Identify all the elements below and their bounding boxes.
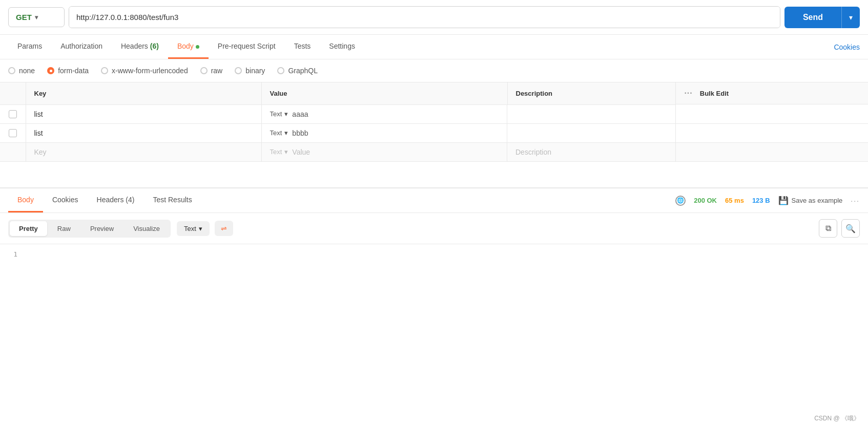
table-row: Key Text ▾ Value Description — [0, 143, 868, 162]
search-icon: 🔍 — [845, 224, 856, 233]
body-type-row: none form-data x-www-form-urlencoded raw… — [0, 59, 868, 82]
row3-key-placeholder[interactable]: Key — [34, 148, 47, 156]
radio-circle-binary — [235, 67, 242, 74]
row1-value-cell: Text ▾ aaaa — [262, 105, 508, 124]
row3-type-selector[interactable]: Text ▾ — [270, 148, 288, 156]
format-tab-pretty[interactable]: Pretty — [10, 221, 47, 236]
save-icon: 💾 — [778, 196, 789, 205]
col-header-bulk: ··· Bulk Edit — [676, 82, 868, 104]
bulk-edit-dots-icon[interactable]: ··· — [684, 89, 692, 98]
response-more-options-icon[interactable]: ··· — [851, 197, 860, 205]
row1-type-label: Text — [270, 110, 282, 118]
send-btn-group: Send ▾ — [784, 7, 860, 28]
tab-body[interactable]: Body — [168, 35, 209, 59]
code-area: 1 — [0, 244, 868, 264]
table-row: list Text ▾ bbbb — [0, 124, 868, 143]
url-input[interactable] — [69, 7, 780, 28]
tab-prerequest[interactable]: Pre-request Script — [209, 35, 285, 59]
row1-type-chevron-icon: ▾ — [284, 110, 288, 118]
search-button[interactable]: 🔍 — [841, 219, 860, 238]
bulk-edit-label[interactable]: Bulk Edit — [700, 90, 729, 97]
row3-value-cell: Text ▾ Value — [262, 143, 508, 162]
copy-button[interactable]: ⧉ — [819, 219, 837, 238]
request-tabs: Params Authorization Headers (6) Body Pr… — [0, 35, 868, 59]
footer-text: CSDN @ 《哦》 — [814, 415, 860, 422]
cookies-link[interactable]: Cookies — [834, 43, 860, 51]
row2-value-cell: Text ▾ bbbb — [262, 124, 508, 143]
response-format-selector[interactable]: Text ▾ — [177, 221, 210, 236]
resp-tab-cookies[interactable]: Cookies — [43, 188, 88, 212]
row3-checkbox-cell — [0, 143, 26, 162]
table-row: list Text ▾ aaaa — [0, 104, 868, 124]
col-header-key: Key — [26, 82, 261, 104]
row1-checkbox[interactable] — [9, 110, 17, 118]
row3-desc-cell[interactable]: Description — [507, 143, 676, 162]
tab-authorization[interactable]: Authorization — [51, 35, 112, 59]
row3-key-cell: Key — [26, 143, 261, 162]
format-tab-raw[interactable]: Raw — [48, 221, 80, 236]
footer: CSDN @ 《哦》 — [806, 411, 868, 426]
send-dropdown-button[interactable]: ▾ — [841, 7, 860, 28]
radio-label-graphql: GraphQL — [288, 67, 318, 75]
format-tab-preview[interactable]: Preview — [81, 221, 123, 236]
row1-desc-cell[interactable] — [507, 104, 676, 124]
row2-value-text[interactable]: bbbb — [292, 129, 308, 137]
row1-key-cell: list — [26, 104, 261, 124]
wrap-icon: ⇌ — [221, 224, 227, 232]
method-label: GET — [16, 13, 32, 22]
radio-circle-form-data — [47, 67, 54, 74]
radio-label-none: none — [19, 67, 35, 75]
wrap-button[interactable]: ⇌ — [215, 221, 233, 236]
row1-checkbox-cell — [0, 104, 26, 124]
radio-circle-graphql — [277, 67, 284, 74]
resp-tab-headers[interactable]: Headers (4) — [88, 188, 144, 212]
row1-actions-cell — [676, 104, 868, 124]
response-meta: 🌐 200 OK 65 ms 123 B 💾 Save as example ·… — [675, 196, 860, 206]
col-header-description: Description — [507, 82, 676, 104]
globe-icon: 🌐 — [675, 196, 686, 206]
format-type-label: Text — [184, 225, 196, 232]
save-example-button[interactable]: 💾 Save as example — [778, 196, 843, 205]
response-tabs-row: Body Cookies Headers (4) Test Results 🌐 … — [0, 188, 868, 213]
copy-icon: ⧉ — [825, 224, 831, 233]
col-header-value: Value — [261, 82, 507, 104]
row1-value-text[interactable]: aaaa — [292, 110, 308, 118]
row3-type-chevron-icon: ▾ — [284, 148, 288, 156]
row2-type-selector[interactable]: Text ▾ — [270, 129, 288, 137]
row3-value-placeholder[interactable]: Value — [292, 148, 310, 156]
row2-key-cell: list — [26, 124, 261, 143]
form-data-table-wrapper: Key Value Description ··· Bulk Edit — [0, 82, 868, 162]
tab-headers[interactable]: Headers (6) — [112, 35, 168, 59]
line-numbers: 1 — [0, 250, 26, 258]
line-number-1: 1 — [8, 250, 17, 258]
row1-key-text[interactable]: list — [34, 110, 43, 118]
row2-checkbox[interactable] — [9, 129, 17, 137]
radio-urlencoded[interactable]: x-www-form-urlencoded — [101, 67, 188, 75]
response-section: Body Cookies Headers (4) Test Results 🌐 … — [0, 187, 868, 264]
radio-binary[interactable]: binary — [235, 67, 265, 75]
radio-raw[interactable]: raw — [200, 67, 223, 75]
row1-type-selector[interactable]: Text ▾ — [270, 110, 288, 118]
radio-form-data[interactable]: form-data — [47, 67, 89, 75]
tab-settings[interactable]: Settings — [320, 35, 364, 59]
url-input-wrapper — [69, 6, 780, 28]
row2-key-text[interactable]: list — [34, 129, 43, 137]
send-button[interactable]: Send — [784, 7, 841, 28]
tab-tests[interactable]: Tests — [285, 35, 320, 59]
radio-none[interactable]: none — [8, 67, 35, 75]
format-tab-visualize[interactable]: Visualize — [124, 221, 169, 236]
format-tabs: Pretty Raw Preview Visualize — [8, 220, 171, 238]
tab-params[interactable]: Params — [8, 35, 51, 59]
resp-tab-body[interactable]: Body — [8, 188, 43, 212]
resp-tab-test-results[interactable]: Test Results — [143, 188, 201, 212]
method-chevron-icon: ▾ — [35, 14, 38, 21]
method-selector[interactable]: GET ▾ — [8, 7, 65, 27]
row2-desc-cell[interactable] — [507, 124, 676, 143]
code-content[interactable] — [26, 250, 868, 258]
row2-checkbox-cell — [0, 124, 26, 143]
radio-label-binary: binary — [245, 67, 265, 75]
radio-circle-none — [8, 67, 15, 74]
format-type-chevron-icon: ▾ — [199, 225, 202, 232]
row2-actions-cell — [676, 124, 868, 143]
radio-graphql[interactable]: GraphQL — [277, 67, 318, 75]
